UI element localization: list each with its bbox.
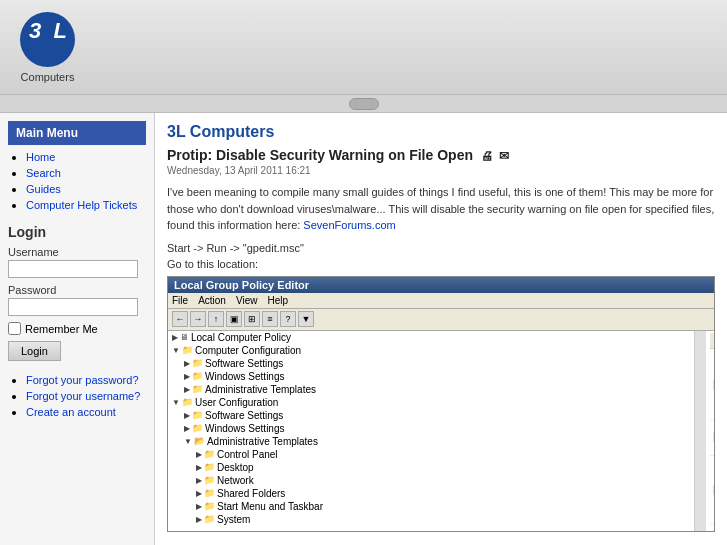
logo-icon: 3 L <box>20 12 75 67</box>
remember-me-checkbox[interactable] <box>8 322 21 335</box>
setting-hide-mechanisms[interactable]: 📄 Hide mechanisms to remove zone informa… <box>710 525 714 531</box>
goto-text: Go to this location: <box>167 258 715 270</box>
folder-icon-at2: 📂 <box>194 436 205 446</box>
computer-icon: 🖥 <box>180 332 189 342</box>
tree-network[interactable]: ▶ 📁 Network <box>168 474 694 487</box>
tree-software-settings-uc[interactable]: ▶ 📁 Software Settings <box>168 409 694 422</box>
setting-notify-antivirus[interactable]: 📄 Notify antivirus programs when opening… <box>710 351 714 420</box>
forgot-password-link[interactable]: Forgot your password? <box>26 374 139 386</box>
folder-icon-net: 📁 <box>204 475 215 485</box>
folder-icon-desk: 📁 <box>204 462 215 472</box>
folder-icon-ws2: 📁 <box>192 423 203 433</box>
tree-admin-templates-cc[interactable]: ▶ 📁 Administrative Templates <box>168 383 694 396</box>
tree-windows-settings-uc[interactable]: ▶ 📁 Windows Settings <box>168 422 694 435</box>
article-step1: Start -> Run -> "gpedit.msc" <box>167 242 715 254</box>
header: 3 L Computers <box>0 0 727 95</box>
main-content: 3L Computers Protip: Disable Security Wa… <box>155 113 727 545</box>
setting-icon-1: 📄 <box>712 380 714 390</box>
filter-button[interactable]: ▼ <box>298 311 314 327</box>
create-account-link[interactable]: Create an account <box>26 406 116 418</box>
remember-me-row: Remember Me <box>8 322 146 335</box>
gpe-menubar: File Action View Help <box>168 293 714 309</box>
email-icon[interactable]: ✉ <box>499 149 509 163</box>
password-input[interactable] <box>8 298 138 316</box>
root-expand-icon[interactable]: ▶ <box>172 333 178 342</box>
password-label: Password <box>8 284 146 296</box>
bottom-links-list: Forgot your password? Forgot your userna… <box>8 373 146 419</box>
tree-software-settings-cc[interactable]: ▶ 📁 Software Settings <box>168 357 694 370</box>
remember-me-label: Remember Me <box>25 323 98 335</box>
show-hide-button[interactable]: ▣ <box>226 311 242 327</box>
logo-3-text: 3 <box>29 18 41 44</box>
expand-button[interactable]: ⊞ <box>244 311 260 327</box>
site-title: 3L Computers <box>167 123 715 141</box>
tree-shared-folders[interactable]: ▶ 📁 Shared Folders <box>168 487 694 500</box>
gpe-tree: ▶ 🖥 Local Computer Policy ▼ 📁 Computer C… <box>168 331 694 531</box>
username-input[interactable] <box>8 260 138 278</box>
setting-trust-logic[interactable]: 📄 Trust logic for file attachments <box>710 420 714 456</box>
folder-icon-sm: 📁 <box>204 501 215 511</box>
article-body: I've been meaning to compile many small … <box>167 184 715 234</box>
tree-desktop[interactable]: ▶ 📁 Desktop <box>168 461 694 474</box>
login-section: Login Username Password Remember Me Logi… <box>8 224 146 369</box>
forgot-username-link[interactable]: Forgot your username? <box>26 390 140 402</box>
back-button[interactable]: ← <box>172 311 188 327</box>
article-title: Protip: Disable Security Warning on File… <box>167 147 715 163</box>
menu-action[interactable]: Action <box>198 295 226 306</box>
forgot-password-item[interactable]: Forgot your password? <box>26 373 146 387</box>
setting-not-preserve-zone[interactable]: 📄 Do not preserve zone information in fi… <box>710 456 714 525</box>
gpe-window: Local Group Policy Editor File Action Vi… <box>167 276 715 532</box>
tree-admin-templates-uc[interactable]: ▼ 📂 Administrative Templates <box>168 435 694 448</box>
menu-view[interactable]: View <box>236 295 258 306</box>
properties-button[interactable]: ≡ <box>262 311 278 327</box>
main-menu-list: Home Search Guides Computer Help Tickets <box>8 150 146 212</box>
gpe-toolbar: ← → ↑ ▣ ⊞ ≡ ? ▼ <box>168 309 714 331</box>
folder-icon-cp: 📁 <box>204 449 215 459</box>
seven-forums-link[interactable]: SevenForums.com <box>303 219 395 231</box>
create-account-item[interactable]: Create an account <box>26 405 146 419</box>
sidebar-item-home[interactable]: Home <box>26 150 146 164</box>
folder-icon-at: 📁 <box>192 384 203 394</box>
help-toolbar-button[interactable]: ? <box>280 311 296 327</box>
main-area: Main Menu Home Search Guides Computer He… <box>0 113 727 545</box>
username-label: Username <box>8 246 146 258</box>
folder-icon-sys: 📁 <box>204 514 215 524</box>
menu-file[interactable]: File <box>172 295 188 306</box>
up-button[interactable]: ↑ <box>208 311 224 327</box>
tree-system[interactable]: ▶ 📁 System <box>168 513 694 526</box>
tree-user-config[interactable]: ▼ 📁 User Configuration <box>168 396 694 409</box>
setting-icon-3: 📄 <box>712 485 714 495</box>
settings-header: Setting <box>710 333 714 349</box>
login-button[interactable]: Login <box>8 341 61 361</box>
horizontal-scrollbar[interactable] <box>0 95 727 113</box>
forgot-username-item[interactable]: Forgot your username? <box>26 389 146 403</box>
logo-wrapper: 3 L Computers <box>20 12 75 83</box>
folder-icon-ss: 📁 <box>192 358 203 368</box>
scrollbar-thumb[interactable] <box>349 98 379 110</box>
folder-icon-uc: 📁 <box>182 397 193 407</box>
tree-start-menu[interactable]: ▶ 📁 Start Menu and Taskbar <box>168 500 694 513</box>
gpe-titlebar: Local Group Policy Editor <box>168 277 714 293</box>
sidebar-item-computer-help[interactable]: Computer Help Tickets <box>26 198 146 212</box>
menu-help[interactable]: Help <box>267 295 288 306</box>
gpe-tree-scroll: ▶ 🖥 Local Computer Policy ▼ 📁 Computer C… <box>168 331 706 531</box>
folder-icon-sf: 📁 <box>204 488 215 498</box>
folder-icon-cc: 📁 <box>182 345 193 355</box>
article-date: Wednesday, 13 April 2011 16:21 <box>167 165 715 176</box>
sidebar-item-search[interactable]: Search <box>26 166 146 180</box>
sidebar-item-guides[interactable]: Guides <box>26 182 146 196</box>
folder-icon-ws: 📁 <box>192 371 203 381</box>
tree-control-panel[interactable]: ▶ 📁 Control Panel <box>168 448 694 461</box>
company-name: Computers <box>21 71 75 83</box>
main-menu-label: Main Menu <box>8 121 146 145</box>
forward-button[interactable]: → <box>190 311 206 327</box>
login-title: Login <box>8 224 146 240</box>
tree-root: ▶ 🖥 Local Computer Policy <box>168 331 694 344</box>
gpe-main-panes: ▶ 🖥 Local Computer Policy ▼ 📁 Computer C… <box>168 331 714 531</box>
tree-windows-settings-cc[interactable]: ▶ 📁 Windows Settings <box>168 370 694 383</box>
print-icon[interactable]: 🖨 <box>481 149 493 163</box>
tree-computer-config[interactable]: ▼ 📁 Computer Configuration <box>168 344 694 357</box>
logo-l-text: L <box>54 18 67 44</box>
gpe-settings-pane: Setting 📄 Notify antivirus programs when… <box>706 331 714 531</box>
tree-scrollbar[interactable] <box>694 331 706 531</box>
